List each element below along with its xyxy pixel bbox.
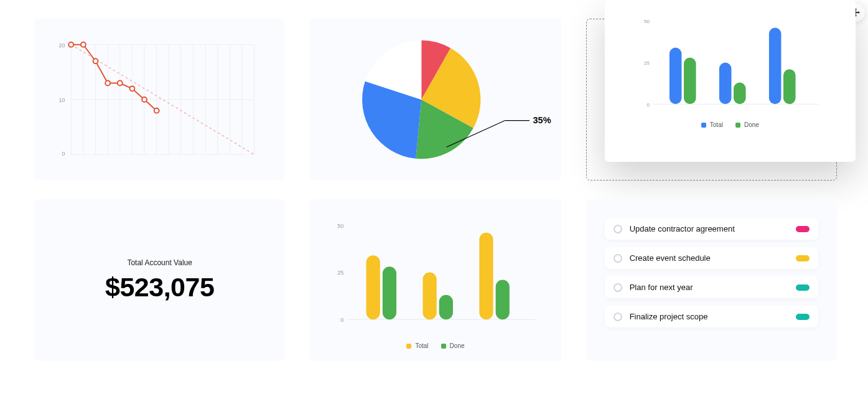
line-tick-0: 0 [62,151,65,157]
line-tick-10: 10 [59,97,65,103]
todo-item[interactable]: Finalize project scope [605,306,818,327]
line-chart: 20 10 0 [47,37,266,162]
todo-tag [796,314,810,320]
todo-label: Create event schedule [630,253,788,263]
legend-label-done: Done [744,121,759,128]
pie-callout-label: 35% [533,115,551,125]
svg-point-21 [81,42,86,47]
legend-label-total: Total [710,121,723,128]
bar-chart-draggable-slot[interactable]: 50 25 0 Total [586,19,837,181]
svg-rect-36 [719,63,732,105]
todo-tag [796,284,810,291]
account-value: $523,075 [105,272,214,303]
todo-item[interactable]: Update contractor agreement [605,218,818,240]
legend-label-done-y: Done [450,342,465,349]
todo-item[interactable]: Plan for next year [605,276,818,298]
svg-point-20 [68,42,73,47]
account-value-card[interactable]: Total Account Value $523,075 [34,199,285,361]
todo-item[interactable]: Create event schedule [605,247,818,269]
svg-rect-37 [734,83,746,105]
radio-icon[interactable] [614,225,622,233]
todo-list-card[interactable]: Update contractor agreement Create event… [586,199,837,361]
bar-yellow-legend: Total Done [329,342,542,349]
svg-point-22 [93,59,98,63]
bar-chart-yellow: 50 25 0 [329,215,542,336]
svg-rect-46 [423,272,437,319]
legend-swatch-done [735,123,740,128]
bar-chart-blue-card[interactable]: 50 25 0 Total [605,0,856,162]
bar-chart-blue: 50 25 0 [623,16,837,115]
svg-text:50: 50 [337,223,343,229]
legend-label-total-y: Total [415,342,428,349]
svg-rect-44 [366,255,380,319]
pie-chart: 35% [310,19,561,181]
svg-rect-38 [769,28,782,105]
todo-label: Plan for next year [630,283,788,292]
svg-point-24 [118,81,123,86]
bar-chart-yellow-card[interactable]: 50 25 0 Total Done [310,199,561,361]
svg-rect-34 [670,48,682,105]
line-chart-card[interactable]: 20 10 0 [34,19,285,181]
svg-point-23 [105,81,110,86]
svg-rect-47 [439,295,453,319]
pie-chart-card[interactable]: 35% [310,19,561,181]
todo-tag [796,255,810,261]
legend-swatch-total [701,123,706,128]
svg-point-25 [129,86,134,91]
svg-rect-48 [480,233,493,319]
account-label: Total Account Value [127,258,192,267]
todo-label: Finalize project scope [630,312,788,321]
svg-rect-45 [383,266,396,319]
svg-text:0: 0 [341,317,344,323]
svg-text:0: 0 [646,102,650,108]
radio-icon[interactable] [614,313,622,321]
todo-label: Update contractor agreement [630,224,788,233]
bar-blue-legend: Total Done [623,121,837,128]
radio-icon[interactable] [614,283,622,292]
svg-text:25: 25 [337,270,343,276]
svg-point-26 [142,97,147,102]
todo-tag [796,226,810,232]
svg-point-27 [154,108,159,113]
legend-swatch-done-y [441,344,446,349]
svg-text:25: 25 [644,60,650,66]
svg-rect-49 [496,280,510,320]
radio-icon[interactable] [614,254,622,263]
line-tick-20: 20 [59,42,65,49]
legend-swatch-total-y [406,344,411,349]
svg-text:50: 50 [644,19,650,24]
svg-rect-39 [783,69,796,104]
svg-rect-35 [684,58,696,105]
